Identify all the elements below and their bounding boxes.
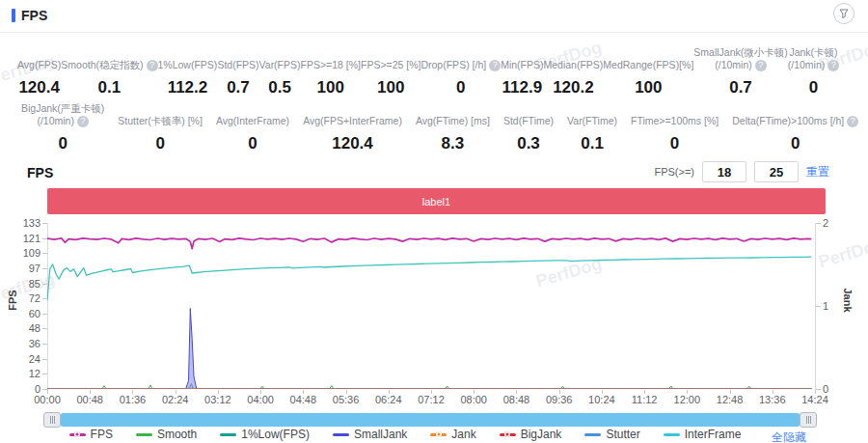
left-axis-tick-label: 72 [12, 292, 41, 304]
stat-smooth-: Smooth(稳定指数)?0.1 [61, 59, 157, 97]
x-axis-tick [176, 390, 176, 394]
stat-label: Var(FPS) [259, 59, 301, 71]
legend-label: Smooth [157, 428, 197, 441]
left-axis-tick-label: 109 [12, 247, 41, 259]
stat-label: BigJank(严重卡顿) [21, 102, 104, 115]
reset-link[interactable]: 重置 [806, 164, 829, 180]
fps-threshold-input-1[interactable] [702, 161, 746, 182]
stat-1%low-fps-: 1%Low(FPS)112.2 [158, 59, 218, 97]
stat-drop-fps-h-: Drop(FPS) [/h]?0 [420, 59, 501, 97]
x-axis-tick [431, 390, 432, 394]
left-axis-tick-label: 85 [12, 278, 41, 290]
legend-item-1%low-fps-[interactable]: 1%Low(FPS) [220, 428, 310, 441]
fps-chart-plot[interactable] [47, 223, 815, 389]
stat-value: 0 [791, 134, 800, 153]
help-icon[interactable]: ? [77, 116, 89, 127]
stat-value: 0.1 [581, 134, 604, 153]
stat-value: 112.9 [502, 78, 543, 97]
help-icon[interactable]: ? [147, 60, 158, 71]
x-axis-tick [730, 390, 731, 394]
x-axis-tick-label: 10:24 [588, 394, 615, 405]
x-axis-tick-label: 00:00 [34, 394, 61, 405]
left-axis-tick-label: 48 [12, 322, 41, 334]
legend-swatch-icon [333, 433, 349, 436]
stat-label: FPS>=25 [%] [361, 59, 420, 71]
stat-value: 100 [635, 78, 662, 97]
stat-value: 0 [155, 134, 164, 153]
scrollbar-left-handle[interactable] [43, 412, 61, 428]
scrollbar-track[interactable] [61, 413, 800, 427]
stat-label: Avg(InterFrame) [216, 115, 289, 127]
stat-label: Avg(FTime) [ms] [416, 115, 490, 127]
stat-label: FPS>=18 [%] [301, 59, 361, 71]
scene-label-text: label1 [422, 196, 450, 208]
x-axis-tick [644, 390, 645, 394]
legend-item-smooth[interactable]: Smooth [136, 428, 197, 441]
x-axis-tick [815, 390, 816, 394]
help-icon[interactable]: ? [755, 60, 767, 71]
stat-label: Stutter(卡顿率) [%] [118, 115, 203, 127]
stat-label: FTime>=100ms [%] [631, 115, 719, 127]
x-axis-tick [474, 390, 475, 394]
legend-item-bigjank[interactable]: BigJank [500, 428, 562, 441]
hide-all-link[interactable]: 全隐藏 [772, 429, 806, 443]
x-axis-tick [389, 390, 390, 394]
legend-label: InterFrame [685, 428, 742, 441]
left-axis-tick-label: 60 [12, 308, 41, 319]
x-axis-tick-label: 04:48 [290, 394, 317, 405]
legend-item-smalljank[interactable]: SmallJank [333, 428, 407, 441]
legend-swatch-icon [584, 433, 601, 436]
stat-value: 0 [248, 134, 257, 153]
legend-swatch-icon [664, 433, 680, 436]
right-axis-tick [816, 223, 821, 224]
legend-item-fps[interactable]: FPS [69, 428, 113, 441]
stat-label-line2: (/10min)? [37, 115, 89, 127]
x-axis-tick [687, 390, 688, 394]
stat-value: 0 [58, 134, 67, 153]
stat-ftime-100ms-%-: FTime>=100ms [%]0 [631, 115, 719, 153]
stat-label: Smooth(稳定指数)? [61, 59, 157, 71]
stat-label: SmallJank(微小卡顿) [693, 46, 787, 59]
x-axis-tick-label: 03:12 [204, 394, 231, 405]
page-title: FPS [21, 8, 47, 23]
header-divider [0, 32, 868, 33]
stat-var-fps-: Var(FPS)0.5 [259, 59, 301, 97]
x-axis-tick-label: 09:36 [546, 394, 573, 405]
legend-item-interframe[interactable]: InterFrame [664, 428, 742, 441]
scene-label-bar[interactable]: label1 [47, 188, 826, 214]
filter-button[interactable] [833, 3, 854, 24]
stat-stutter-%-: Stutter(卡顿率) [%]0 [118, 115, 203, 153]
stat-value: 0.1 [98, 78, 122, 97]
x-axis-tick-label: 05:36 [333, 394, 360, 405]
legend-swatch-icon [136, 433, 152, 436]
left-axis-tick-label: 12 [12, 368, 41, 379]
x-axis-tick-label: 01:36 [120, 394, 147, 405]
perfdog-fps-page: FPS PerfDog PerfDog PerfDog PerfDog Perf… [0, 0, 868, 443]
x-axis-tick [773, 390, 773, 394]
help-icon[interactable]: ? [827, 60, 839, 71]
help-icon[interactable]: ? [847, 116, 858, 127]
left-axis-tick-label: 97 [12, 263, 41, 274]
legend-item-stutter[interactable]: Stutter [584, 428, 639, 441]
help-icon[interactable]: ? [489, 60, 501, 71]
x-axis-tick-label: 12:00 [674, 394, 701, 405]
legend-swatch-icon [69, 433, 86, 436]
right-axis-title: Jank [842, 288, 854, 312]
x-axis-tick-label: 00:48 [76, 394, 103, 405]
stat-value: 0.5 [268, 78, 291, 97]
stat-label: Delta(FTime)>100ms [/h]? [732, 115, 858, 127]
left-axis-tick-label: 133 [12, 217, 41, 229]
x-axis-tick [346, 390, 347, 394]
stat-bigjank-: BigJank(严重卡顿)(/10min)?0 [21, 102, 104, 153]
stat-label: Drop(FPS) [/h]? [420, 59, 501, 71]
legend-item-jank[interactable]: Jank [430, 428, 475, 441]
series-fps [47, 238, 811, 249]
legend-label: 1%Low(FPS) [241, 428, 310, 441]
stat-value: 120.2 [553, 78, 594, 97]
chart-legend: FPSSmooth1%Low(FPS)SmallJankJankBigJankS… [58, 428, 752, 441]
scrollbar-right-handle[interactable] [800, 412, 817, 428]
fps-threshold-input-2[interactable] [754, 161, 799, 182]
legend-label: Jank [451, 428, 475, 441]
stat-value: 0 [670, 134, 679, 153]
x-axis-tick [602, 390, 603, 394]
